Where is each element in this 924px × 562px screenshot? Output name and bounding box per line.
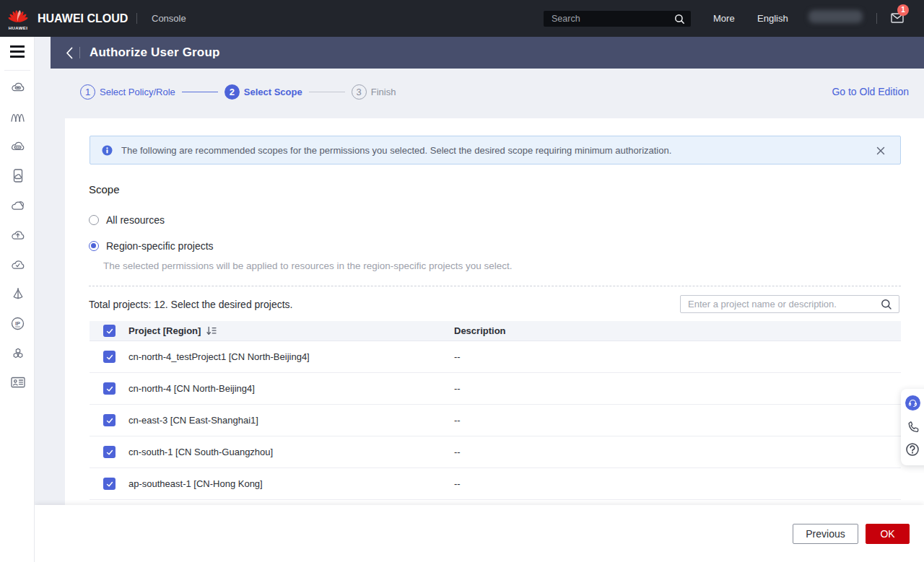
logo-caption: HUAWEI: [9, 26, 27, 30]
column-description: Description: [454, 325, 506, 336]
table-row[interactable]: cn-east-3 [CN East-Shanghai1] --: [90, 405, 901, 436]
floating-toolbar: [901, 389, 924, 465]
more-menu[interactable]: More: [713, 0, 735, 37]
account-name-redacted[interactable]: [808, 10, 863, 23]
sidebar: IP: [0, 37, 35, 562]
table-row[interactable]: cn-north-4 [CN North-Beijing4] --: [90, 373, 901, 405]
brand-title: HUAWEI CLOUD: [38, 0, 128, 37]
project-description: --: [454, 415, 461, 426]
project-description: --: [454, 383, 461, 394]
title-divider: [79, 47, 80, 58]
project-name: cn-north-4_testProject1 [CN North-Beijin…: [128, 351, 439, 362]
step-connector: [182, 92, 218, 92]
project-description: --: [454, 351, 461, 362]
row-checkbox[interactable]: [103, 351, 116, 363]
radio-label: Region-specific projects: [106, 240, 214, 252]
project-search-icon[interactable]: [881, 299, 892, 310]
waves-icon[interactable]: [10, 110, 25, 123]
go-to-old-edition-link[interactable]: Go to Old Edition: [832, 84, 909, 100]
projects-table: Project [Region] Description cn-north-4_…: [90, 321, 901, 500]
banner-text: The following are recommended scopes for…: [121, 145, 671, 156]
row-checkbox[interactable]: [103, 414, 116, 426]
cone-icon[interactable]: [10, 287, 25, 300]
table-header: Project [Region] Description: [90, 321, 901, 341]
column-project-region: Project [Region]: [128, 325, 439, 336]
topbar-divider: [136, 13, 137, 24]
table-row[interactable]: cn-north-4_testProject1 [CN North-Beijin…: [90, 341, 901, 373]
huawei-logo-icon: HUAWEI: [8, 6, 28, 30]
step-indicator: 1 Select Policy/Role 2 Select Scope 3 Fi…: [80, 84, 396, 100]
scope-section-title: Scope: [89, 183, 120, 196]
previous-button[interactable]: Previous: [793, 524, 858, 544]
page-title: Authorize User Group: [90, 45, 220, 60]
project-name: cn-north-4 [CN North-Beijing4]: [128, 383, 439, 394]
cloud-phone-icon[interactable]: [10, 169, 25, 182]
messages-badge: 1: [897, 4, 909, 16]
global-search: [544, 11, 691, 27]
radio-label: All resources: [106, 214, 165, 226]
cloud-upload-icon[interactable]: [10, 228, 25, 241]
project-search: [680, 295, 899, 313]
info-banner: The following are recommended scopes for…: [90, 136, 901, 164]
row-checkbox[interactable]: [103, 382, 116, 395]
radio-unselected-icon[interactable]: [89, 215, 99, 225]
scope-note: The selected permissions will be applied…: [103, 260, 513, 271]
topbar-divider: [876, 13, 877, 24]
step-2-label: Select Scope: [244, 87, 302, 97]
radio-selected-icon[interactable]: [89, 241, 99, 251]
cloud-dashboard-icon[interactable]: [10, 80, 25, 93]
topbar: HUAWEI HUAWEI CLOUD Console More English…: [0, 0, 924, 37]
step-3-circle: 3: [352, 84, 367, 100]
help-icon[interactable]: [903, 440, 922, 459]
step-1-circle: 1: [80, 84, 95, 100]
step-1-label: Select Policy/Role: [100, 87, 175, 97]
radio-all-resources[interactable]: All resources: [89, 213, 165, 227]
hexagons-icon[interactable]: [10, 346, 25, 359]
projects-summary: Total projects: 12. Select the desired p…: [89, 299, 292, 310]
info-icon: [102, 145, 113, 156]
footer-bar: Previous OK: [35, 505, 924, 562]
phone-icon[interactable]: [903, 417, 922, 436]
project-search-input[interactable]: [681, 299, 881, 309]
eip-icon[interactable]: IP: [10, 317, 25, 330]
project-name: cn-south-1 [CN South-Guangzhou]: [128, 447, 439, 457]
row-checkbox[interactable]: [103, 446, 116, 458]
back-icon[interactable]: [61, 45, 77, 61]
dashed-divider: [89, 286, 901, 286]
sidebar-divider: [4, 70, 30, 71]
cloud-icon[interactable]: [10, 198, 25, 211]
row-checkbox[interactable]: [103, 478, 116, 490]
search-icon[interactable]: [674, 14, 685, 25]
cloud-server-icon[interactable]: [10, 139, 25, 152]
step-2-circle: 2: [225, 84, 240, 100]
step-3-label: Finish: [371, 87, 396, 97]
main-panel: The following are recommended scopes for…: [65, 118, 924, 505]
project-name: ap-southeast-1 [CN-Hong Kong]: [128, 478, 439, 489]
svg-text:IP: IP: [15, 320, 20, 326]
column-project-label: Project [Region]: [128, 325, 201, 336]
project-description: --: [454, 478, 461, 489]
id-card-icon[interactable]: [10, 376, 25, 389]
radio-region-specific[interactable]: Region-specific projects: [89, 239, 214, 253]
select-all-checkbox[interactable]: [103, 325, 116, 337]
project-description: --: [454, 447, 461, 457]
table-row[interactable]: cn-south-1 [CN South-Guangzhou] --: [90, 436, 901, 468]
global-search-input[interactable]: [544, 14, 674, 24]
table-row[interactable]: ap-southeast-1 [CN-Hong Kong] --: [90, 468, 901, 500]
ok-button[interactable]: OK: [866, 524, 910, 544]
step-connector: [309, 92, 345, 92]
page-header: Authorize User Group: [51, 37, 924, 69]
customer-service-icon[interactable]: [903, 393, 922, 412]
menu-icon[interactable]: [10, 45, 25, 59]
language-menu[interactable]: English: [757, 0, 788, 37]
sort-icon[interactable]: [206, 326, 217, 335]
console-link[interactable]: Console: [152, 0, 186, 37]
banner-close-icon[interactable]: [876, 136, 885, 165]
project-name: cn-east-3 [CN East-Shanghai1]: [128, 415, 439, 426]
cloud-check-icon[interactable]: [10, 258, 25, 271]
